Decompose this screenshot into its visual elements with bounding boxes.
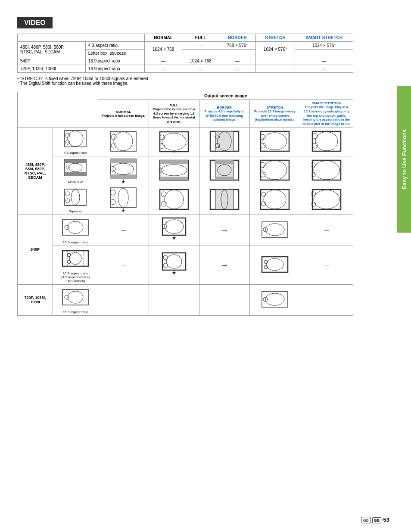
hdr-smart-stretch: SMART STRETCH Projects the image fully i… (300, 100, 353, 128)
svg-point-105 (266, 258, 283, 271)
hdr-stretch: STRETCH Projects 16:9 image evenly over … (249, 100, 300, 128)
cell-stretch-540p-169 (249, 215, 300, 246)
desc-stretch: Projects 16:9 image evenly over entire s… (252, 109, 298, 122)
cell-smart-540p-169: — (300, 215, 353, 246)
svg-point-99 (166, 255, 182, 268)
side-tab-label: Easy to Use Functions (401, 129, 408, 189)
svg-marker-89 (172, 237, 176, 240)
svg-rect-46 (215, 160, 234, 164)
input-label-480: 480I, 480P,580I, 580P,NTSC, PAL, SECAM (18, 128, 53, 215)
svg-point-9 (162, 133, 186, 150)
cell-stretch-43 (249, 128, 300, 156)
desc-border: Projects 4:3 image fully in STRETCH (the… (201, 109, 248, 122)
svg-rect-94 (68, 251, 83, 266)
svg-rect-85 (162, 218, 186, 235)
svg-point-3 (65, 140, 70, 144)
screen-stretch-540p (260, 218, 290, 241)
svg-rect-28 (65, 159, 86, 163)
svg-rect-111 (262, 292, 288, 307)
screen-43-normal-sub (62, 129, 88, 149)
screen-smartstretch-43 (311, 130, 342, 152)
cell-normal-sq (98, 185, 149, 215)
screen-stretch-540p-43 (260, 253, 290, 276)
screen-border-sq (209, 188, 240, 211)
svg-point-68 (165, 190, 184, 209)
svg-point-95 (69, 252, 81, 264)
svg-point-42 (161, 165, 187, 176)
cell-border-lb (199, 156, 249, 185)
cell-stretch-lb (249, 156, 300, 185)
svg-marker-38 (121, 181, 125, 184)
label-43: 4:3 aspect ratio (55, 151, 96, 155)
svg-rect-33 (110, 159, 136, 163)
svg-rect-41 (160, 177, 188, 180)
svg-point-76 (262, 192, 266, 196)
sub-label-squeeze: Squeeze (53, 185, 98, 215)
cell-border-720p: — (199, 284, 249, 315)
screen-letterbox-sub (62, 158, 88, 178)
diagram-table: Output screen image NORMAL Projects a fu… (17, 92, 353, 316)
svg-point-79 (314, 190, 339, 209)
svg-point-86 (165, 220, 184, 233)
cell-smart-lb (300, 156, 353, 185)
cell-normal-720p: — (98, 284, 149, 315)
screen-normal-43 (108, 130, 138, 152)
screen-540p-169-sub (60, 216, 90, 239)
screen-normal-lb (108, 158, 138, 184)
cell-full-720p: — (149, 284, 199, 315)
screen-full-43 (159, 131, 189, 153)
screen-smartstretch-sq (311, 188, 342, 211)
table-row: 720P, 1035I, 1080I 16:9 aspect ratio — (18, 284, 353, 315)
svg-rect-15 (215, 131, 234, 151)
svg-rect-90 (262, 222, 288, 237)
svg-point-6 (111, 134, 116, 140)
svg-point-101 (163, 263, 168, 268)
svg-point-83 (68, 221, 83, 233)
cell-stretch-720p (249, 284, 300, 315)
svg-point-7 (111, 143, 116, 148)
page-number-area: GB GB-53 (361, 516, 389, 523)
note-2: * The Digital Shift function can be used… (17, 81, 402, 86)
cell-smart-stretch-43 (300, 128, 353, 156)
svg-rect-19 (261, 131, 289, 151)
sub-label-43: 4:3 aspect ratio (53, 128, 98, 156)
svg-point-54 (314, 161, 339, 180)
cell-border-sq (199, 185, 249, 215)
svg-marker-103 (172, 272, 176, 275)
screen-border-43 (209, 130, 240, 152)
screen-540p-43-sub (60, 247, 90, 270)
table-row: Letter box (18, 156, 353, 185)
screen-720p-169-sub (60, 286, 90, 308)
svg-point-91 (265, 224, 284, 236)
svg-point-59 (65, 192, 70, 196)
screen-smartstretch-lb (311, 159, 342, 181)
screen-full-sq (159, 188, 189, 211)
svg-point-84 (65, 225, 69, 230)
svg-point-1 (68, 131, 83, 146)
col-normal: NORMAL (145, 34, 182, 42)
screen-full-lb (159, 159, 189, 181)
cell-full-sq (149, 185, 199, 215)
svg-rect-47 (215, 177, 234, 180)
sub-label-540p-169: 16:9 aspect ratio (53, 215, 98, 246)
svg-point-96 (67, 253, 71, 257)
cell-border-540p-43: → (199, 246, 249, 284)
screen-stretch-lb (260, 159, 290, 181)
svg-point-5 (114, 132, 133, 151)
svg-point-2 (65, 133, 70, 137)
svg-rect-40 (160, 160, 188, 164)
svg-rect-53 (312, 160, 341, 180)
svg-point-24 (315, 132, 338, 151)
screen-full-540p-43 (159, 252, 189, 277)
input-label-540p: 540P (18, 215, 53, 284)
svg-rect-34 (110, 174, 136, 179)
desc-smart-stretch: Projects the image fully in a 16:9 scree… (302, 105, 351, 126)
cell-normal-540p-169: — (98, 215, 149, 246)
sub-label-720p-169: 16:9 aspect ratio (53, 284, 98, 315)
svg-point-30 (68, 163, 82, 172)
cell-full-lb (149, 156, 199, 185)
col-border: BORDER (219, 34, 255, 42)
cell-smart-sq (300, 185, 353, 215)
notes: • "STRETCH" is fixed when 720P, 1035I or… (17, 76, 402, 86)
screen-full-540p (159, 217, 189, 243)
